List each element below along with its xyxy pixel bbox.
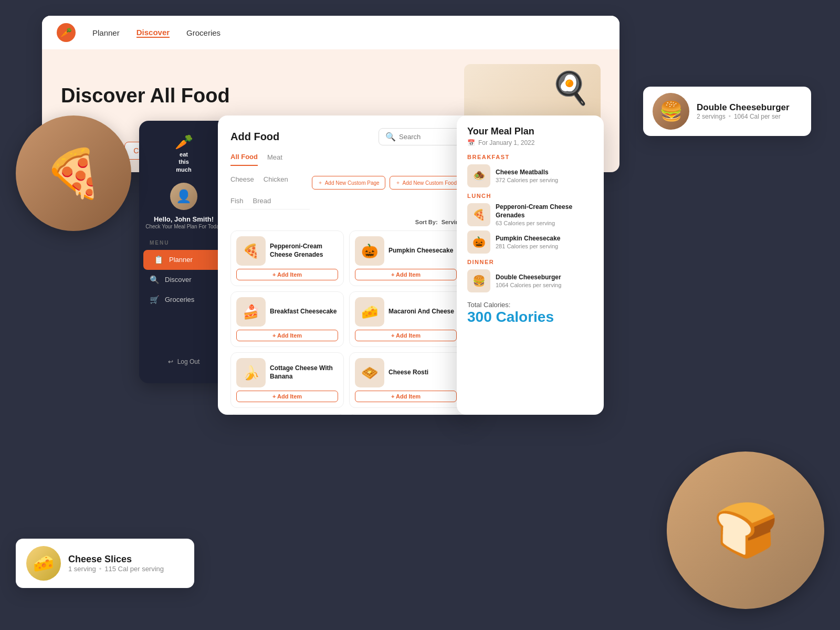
greeting-text: Hello, John Smith! (154, 215, 214, 223)
calendar-icon: 📅 (467, 139, 475, 146)
food-card-cheese-rosti: 🧇 Cheese Rosti + Add Item (349, 352, 463, 408)
sidebar-brand: 🥕 eatthismuch (175, 133, 193, 173)
nav-discover[interactable]: Discover (136, 28, 170, 38)
food-name-cheese-rosti: Cheese Rosti (388, 369, 428, 377)
add-item-pumpkin-button[interactable]: + Add Item (355, 269, 457, 280)
sidebar-item-discover[interactable]: 🔍 Discover (139, 270, 228, 290)
tab-cheese[interactable]: Cheese (230, 175, 254, 187)
add-item-cheese-rosti-button[interactable]: + Add Item (355, 391, 457, 402)
food-card-pepperoni: 🍕 Pepperoni-Cream Cheese Grenades + Add … (230, 230, 344, 286)
logout-button[interactable]: ↩ Log Out (158, 353, 211, 371)
lunch-label: LUNCH (467, 193, 593, 199)
modal-title: Add Food (230, 131, 279, 143)
sort-row: Sort By: Serving (230, 219, 463, 225)
meal-thumb-double-cheeseburger-mp: 🍔 (467, 269, 490, 292)
meal-cal-pumpkin: 281 Calories per serving (496, 243, 560, 249)
pizza-image-circle: 🍕 (16, 116, 131, 231)
nav-groceries[interactable]: Groceries (186, 28, 220, 37)
food-name-macaroni: Macaroni And Cheese (388, 308, 454, 316)
meal-name-pepperoni: Pepperoni-Cream Cheese Grenades (496, 203, 593, 219)
groceries-icon: 🛒 (150, 295, 160, 304)
brand-text: eatthismuch (176, 151, 191, 173)
cheeseburger-image: 🍔 (653, 93, 689, 130)
total-calories-value: 300 Calories (467, 309, 593, 326)
food-type-tabs: All Food Meat Cheese Chicken Fish Bread (230, 153, 310, 209)
add-custom-page-button[interactable]: ＋ Add New Custom Page (312, 176, 385, 190)
total-calories-label: Total Calories: (467, 301, 593, 309)
tab-all-food[interactable]: All Food (230, 153, 258, 166)
cheeseburger-name: Double Cheeseburger (697, 102, 790, 113)
discover-label: Discover (165, 276, 192, 284)
meal-cal-cheese-meatballs: 372 Calories per serving (496, 177, 558, 183)
tab-chicken[interactable]: Chicken (264, 175, 288, 187)
cheese-slices-card: 🧀 Cheese Slices 1 serving • 115 Cal per … (16, 539, 194, 588)
meal-item-pumpkin: 🎃 Pumpkin Cheesecake 281 Calories per se… (467, 230, 593, 254)
food-thumb-cheese-rosti: 🧇 (355, 358, 384, 387)
meal-item-pepperoni: 🍕 Pepperoni-Cream Cheese Grenades 63 Cal… (467, 203, 593, 226)
add-custom-food-button[interactable]: ＋ Add New Custom Food (390, 176, 463, 190)
meal-item-double-cheeseburger: 🍔 Double Cheeseburger 1064 Calories per … (467, 269, 593, 292)
meal-name-cheese-meatballs: Cheese Meatballs (496, 169, 558, 177)
dot-separator-2: • (99, 565, 102, 573)
food-card-macaroni: 🧀 Macaroni And Cheese + Add Item (349, 291, 463, 347)
nav-planner[interactable]: Planner (92, 28, 120, 37)
food-thumb-pumpkin: 🎃 (355, 236, 384, 266)
meal-cal-pepperoni: 63 Calories per serving (496, 220, 593, 226)
sidebar-item-groceries[interactable]: 🛒 Groceries (139, 290, 228, 310)
banner-title: Discover All Food (61, 85, 464, 107)
food-card-pumpkin: 🎃 Pumpkin Cheesecake + Add Item (349, 230, 463, 286)
meal-thumb-pepperoni: 🍕 (467, 203, 490, 226)
focaccia-image-circle: 🍞 (667, 452, 824, 609)
cheeseburger-calories: 1064 Cal per ser (734, 113, 781, 120)
food-card-breakfast: 🍰 Breakfast Cheesecake + Add Item (230, 291, 344, 347)
cheeseburger-info-card: 🍔 Double Cheeseburger 2 servings • 1064 … (643, 87, 811, 136)
carrot-icon: 🥕 (175, 133, 193, 151)
brand-logo: 🥕 (57, 23, 76, 42)
add-food-modal: Add Food 🔍 All Food Meat Cheese Chicken … (218, 116, 475, 415)
food-name-cottage-banana: Cottage Cheese With Banana (270, 364, 338, 381)
cheese-calories: 115 Cal per serving (104, 565, 164, 573)
modal-search-box[interactable]: 🔍 (379, 128, 463, 145)
tab-fish[interactable]: Fish (230, 197, 244, 209)
modal-header: Add Food 🔍 (230, 128, 463, 145)
add-item-macaroni-button[interactable]: + Add Item (355, 330, 457, 341)
banner-nav: 🥕 Planner Discover Groceries (42, 16, 620, 49)
cheeseburger-servings: 2 servings (697, 113, 726, 120)
search-icon: 🔍 (385, 132, 396, 142)
search-input[interactable] (399, 133, 456, 141)
cheeseburger-meta: 2 servings • 1064 Cal per ser (697, 113, 790, 120)
add-item-cottage-banana-button[interactable]: + Add Item (236, 391, 338, 402)
food-thumb-pepperoni: 🍕 (236, 236, 266, 266)
tab-meat[interactable]: Meat (267, 153, 282, 165)
planner-icon: 📋 (154, 255, 164, 265)
sort-label: Sort By: (415, 219, 438, 225)
add-item-breakfast-button[interactable]: + Add Item (236, 330, 338, 341)
tabs-actions-row: All Food Meat Cheese Chicken Fish Bread … (230, 153, 463, 215)
meal-name-pumpkin: Pumpkin Cheesecake (496, 235, 560, 243)
dot-separator: • (729, 113, 731, 120)
meal-name-double-cheeseburger: Double Cheeseburger (496, 274, 561, 282)
add-item-pepperoni-button[interactable]: + Add Item (236, 269, 338, 280)
plus-icon-2: ＋ (395, 179, 401, 186)
meal-plan-panel: Your Meal Plan 📅 For January 1, 2022 BRE… (457, 116, 604, 415)
food-thumb-cottage-banana: 🍌 (236, 358, 266, 387)
meal-thumb-cheese-meatballs: 🧆 (467, 164, 490, 187)
groceries-label: Groceries (165, 296, 194, 303)
dinner-label: DINNER (467, 259, 593, 265)
sidebar-item-planner[interactable]: 📋 Planner (143, 250, 224, 270)
modal-action-buttons: ＋ Add New Custom Page ＋ Add New Custom F… (312, 176, 463, 190)
food-thumb-breakfast: 🍰 (236, 297, 266, 327)
logout-icon: ↩ (168, 358, 173, 365)
planner-label: Planner (169, 256, 193, 264)
meal-item-cheese-meatballs: 🧆 Cheese Meatballs 372 Calories per serv… (467, 164, 593, 187)
tab-bread[interactable]: Bread (253, 197, 271, 209)
breakfast-label: BREAKFAST (467, 154, 593, 160)
cheese-servings: 1 serving (68, 565, 96, 573)
cheese-image: 🧀 (26, 546, 61, 581)
sidebar: 🥕 eatthismuch 👤 Hello, John Smith! Check… (139, 121, 228, 383)
greeting-subtitle: Check Your Meal Plan For Today (139, 223, 228, 230)
cheese-meta: 1 serving • 115 Cal per serving (68, 565, 164, 573)
plus-icon: ＋ (318, 179, 323, 186)
meal-thumb-pumpkin: 🎃 (467, 230, 490, 254)
meal-plan-title: Your Meal Plan (467, 126, 593, 137)
